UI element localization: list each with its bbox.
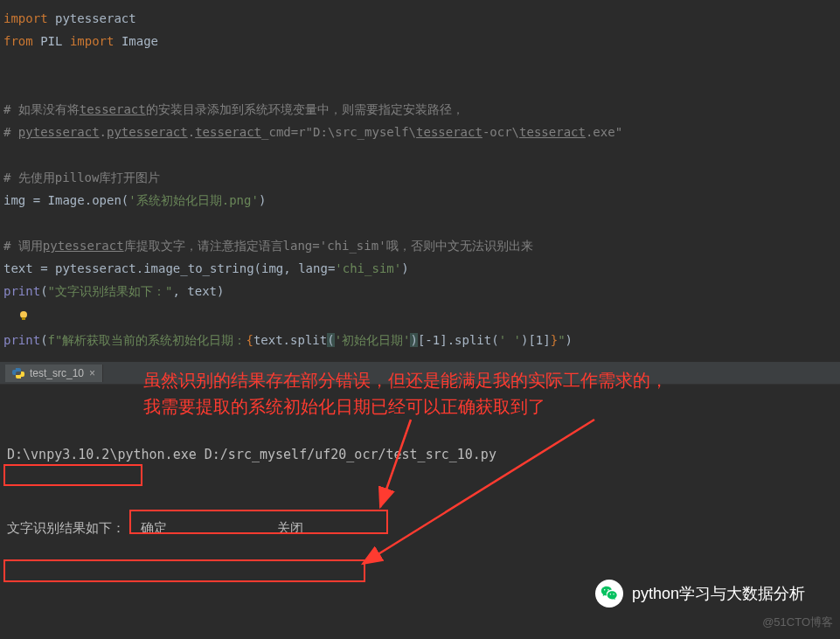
code-line: import pytesseract bbox=[3, 7, 837, 30]
lightbulb-icon bbox=[17, 306, 30, 318]
tab-test-src-10[interactable]: test_src_10 × bbox=[5, 365, 103, 382]
code-line: from PIL import Image bbox=[3, 30, 837, 52]
code-line: # 调用pytesseract库提取文字，请注意指定语言lang='chi_si… bbox=[3, 234, 837, 257]
code-line: print("文字识别结果如下：", text) bbox=[3, 280, 837, 302]
svg-rect-1 bbox=[22, 317, 25, 320]
watermark-brand: python学习与大数据分析 bbox=[595, 580, 805, 608]
code-line: img = Image.open('系统初始化日期.png') bbox=[3, 189, 837, 212]
console-line: D:\vnpy3.10.2\python.exe D:/src_myself/u… bbox=[7, 442, 833, 467]
lightbulb-hint[interactable] bbox=[3, 302, 837, 329]
code-line: # pytesseract.pytesseract.tesseract_cmd=… bbox=[3, 121, 837, 143]
watermark-site: @51CTO博客 bbox=[762, 615, 833, 630]
code-editor[interactable]: import pytesseract from PIL import Image… bbox=[0, 0, 840, 358]
wechat-icon bbox=[595, 580, 623, 608]
annotation-text: 虽然识别的结果存在部分错误，但还是能满足我的实际工作需求的， 我需要提取的系统初… bbox=[143, 367, 668, 420]
python-file-icon bbox=[12, 367, 24, 379]
code-line: text = pytesseract.image_to_string(img, … bbox=[3, 257, 837, 280]
code-line: # 先使用pillow库打开图片 bbox=[3, 166, 837, 189]
code-line: # 如果没有将tesseract的安装目录添加到系统环境变量中，则需要指定安装路… bbox=[3, 98, 837, 121]
svg-point-0 bbox=[20, 311, 27, 318]
close-icon[interactable]: × bbox=[89, 367, 95, 379]
code-line: print(f"解析获取当前的系统初始化日期：{text.split('初始化日… bbox=[3, 329, 837, 351]
tab-label: test_src_10 bbox=[30, 367, 84, 379]
watermark-brand-text: python学习与大数据分析 bbox=[632, 583, 805, 604]
console-line: 文字识别结果如下： 确定 关闭 bbox=[7, 516, 833, 540]
